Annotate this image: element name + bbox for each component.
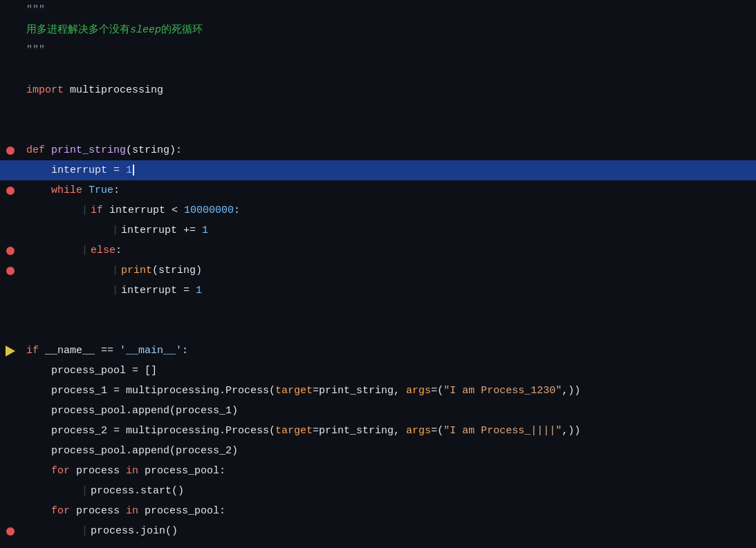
code-line-7	[0, 120, 756, 140]
code-line-25: |process.start()	[0, 481, 756, 501]
line-content-14: |print(string)	[21, 261, 756, 281]
breakpoint-27	[6, 527, 15, 536]
line-content-10: while True:	[21, 180, 756, 200]
code-line-18: if __name__ == '__main__':	[0, 341, 756, 361]
code-editor: """ 用多进程解决多个没有sleep的死循环 """ import multi…	[0, 0, 756, 548]
code-line-21: process_pool.append(process_1)	[0, 401, 756, 421]
gutter-10	[0, 187, 21, 195]
code-line-23: process_pool.append(process_2)	[0, 441, 756, 461]
breakpoint-8	[6, 147, 15, 155]
breakpoint-10	[6, 187, 15, 195]
breakpoint-14	[6, 267, 15, 275]
line-content-2: 用多进程解决多个没有sleep的死循环	[21, 20, 756, 40]
code-line-9: interrupt = 1	[0, 160, 756, 180]
line-content-27: |process.join()	[21, 521, 756, 541]
gutter-18	[0, 346, 21, 357]
gutter-27	[0, 527, 21, 536]
line-content-19: process_pool = []	[21, 361, 756, 381]
code-line-27: |process.join()	[0, 521, 756, 541]
line-content-11: |if interrupt < 10000000:	[21, 200, 756, 220]
code-line-3: """	[0, 40, 756, 60]
line-content-8: def print_string(string):	[21, 140, 756, 160]
code-line-1: """	[0, 0, 756, 20]
code-line-2: 用多进程解决多个没有sleep的死循环	[0, 20, 756, 40]
code-line-4	[0, 60, 756, 80]
code-line-8: def print_string(string):	[0, 140, 756, 160]
code-line-20: process_1 = multiprocessing.Process(targ…	[0, 381, 756, 401]
line-content-23: process_pool.append(process_2)	[21, 441, 756, 461]
line-content-20: process_1 = multiprocessing.Process(targ…	[21, 381, 756, 401]
gutter-8	[0, 147, 21, 155]
code-line-14: |print(string)	[0, 261, 756, 281]
code-line-6	[0, 100, 756, 120]
line-content-12: |interrupt += 1	[21, 220, 756, 240]
code-line-13: |else:	[0, 240, 756, 261]
text-cursor	[133, 164, 134, 176]
line-content-24: for process in process_pool:	[21, 461, 756, 481]
code-line-22: process_2 = multiprocessing.Process(targ…	[0, 421, 756, 441]
breakpoint-13	[6, 247, 15, 255]
code-line-5: import multiprocessing	[0, 80, 756, 100]
line-content-26: for process in process_pool:	[21, 501, 756, 521]
code-line-17	[0, 321, 756, 341]
code-container: """ 用多进程解决多个没有sleep的死循环 """ import multi…	[0, 0, 756, 541]
code-line-15: |interrupt = 1	[0, 281, 756, 301]
gutter-13	[0, 247, 21, 255]
code-line-24: for process in process_pool:	[0, 461, 756, 481]
line-content-5: import multiprocessing	[21, 80, 756, 100]
line-content-22: process_2 = multiprocessing.Process(targ…	[21, 421, 756, 441]
line-content-15: |interrupt = 1	[21, 281, 756, 301]
line-content-25: |process.start()	[21, 481, 756, 501]
gutter-14	[0, 267, 21, 275]
line-content-3: """	[21, 40, 756, 60]
debug-arrow-18	[6, 346, 15, 357]
code-line-16	[0, 301, 756, 321]
code-line-12: |interrupt += 1	[0, 220, 756, 240]
code-line-26: for process in process_pool:	[0, 501, 756, 521]
line-content-13: |else:	[21, 240, 756, 261]
line-content-9: interrupt = 1	[21, 160, 756, 180]
code-line-10: while True:	[0, 180, 756, 200]
code-line-11: |if interrupt < 10000000:	[0, 200, 756, 220]
line-content-18: if __name__ == '__main__':	[21, 341, 756, 361]
line-content-1: """	[21, 0, 756, 20]
line-content-21: process_pool.append(process_1)	[21, 401, 756, 421]
code-line-19: process_pool = []	[0, 361, 756, 381]
